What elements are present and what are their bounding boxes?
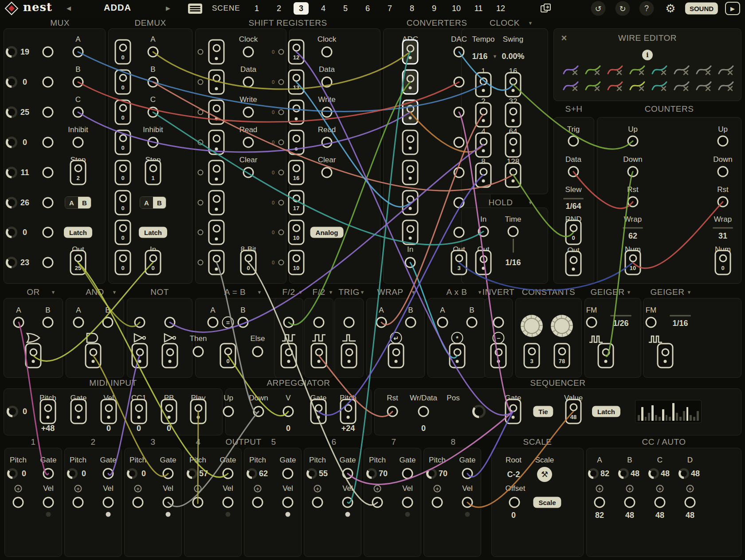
out4-pitch-knob[interactable] [187, 468, 197, 479]
out5-pitch-knob[interactable] [247, 468, 257, 479]
out4-pitch-attenuator[interactable] [194, 485, 202, 493]
midi-pitch-jack[interactable] [40, 399, 56, 424]
scene-tab-10[interactable]: 10 [449, 2, 464, 15]
out7-pitch-attenuator[interactable] [374, 485, 381, 493]
adc-bit-4-jack[interactable] [402, 130, 419, 155]
reg1-in-6-port[interactable] [198, 200, 204, 206]
out7-pitch-cv-port[interactable] [372, 497, 383, 508]
dac-bit-4-port[interactable] [454, 137, 465, 148]
reg1-read-port[interactable] [243, 137, 254, 148]
hold-time-slider[interactable] [513, 239, 514, 253]
clock-div-1-jack[interactable] [475, 72, 492, 98]
menu-button[interactable] [188, 4, 202, 14]
reg2-clock-port[interactable] [322, 47, 333, 58]
reg2-read-port[interactable] [322, 137, 333, 148]
cc-a-port[interactable] [594, 497, 605, 508]
wire-style-icon[interactable] [673, 63, 691, 76]
clock-div-8-jack[interactable] [475, 163, 492, 188]
demux-inhibit-port[interactable] [148, 137, 159, 148]
wrap-b-port[interactable] [405, 317, 416, 328]
midi-gate-jack[interactable] [71, 399, 87, 424]
reg1-in-8-port[interactable] [198, 260, 204, 266]
arp-up-port[interactable] [223, 406, 234, 417]
out7-pitch-knob[interactable] [366, 468, 377, 479]
f2b-dropdown-caret[interactable]: ▼ [329, 290, 333, 295]
scale-edit-tools-icon[interactable]: ⚒ [537, 467, 552, 482]
scale-offset-port[interactable] [509, 497, 520, 508]
or-b-port[interactable] [43, 317, 54, 328]
cc-a-knob[interactable] [588, 468, 599, 479]
scene-tab-11[interactable]: 11 [471, 2, 486, 15]
reg2-write-port[interactable] [322, 107, 333, 118]
or-out-jack[interactable] [25, 343, 42, 368]
mux-in-3-port[interactable] [43, 107, 54, 118]
wire-style-icon[interactable] [718, 79, 735, 92]
midi-pb-jack[interactable] [161, 399, 177, 424]
trig-out-jack[interactable] [341, 343, 357, 368]
out3-pitch-cv-port[interactable] [133, 497, 144, 508]
geiger1-rate-slider[interactable] [610, 315, 631, 317]
counter2-up-port[interactable] [718, 136, 729, 147]
out5-pitch-attenuator[interactable] [254, 485, 262, 493]
out5-vel-port[interactable] [282, 497, 294, 508]
counter1-num-jack[interactable]: 10 [625, 250, 641, 275]
wire-style-icon[interactable] [651, 79, 669, 92]
demux-out-7-jack[interactable]: 0 [115, 220, 131, 245]
out2-gate-port[interactable] [103, 468, 114, 479]
seq-value-jack[interactable]: 48 [565, 399, 582, 424]
hold-in-port[interactable] [478, 226, 489, 237]
demux-c-port[interactable] [148, 107, 159, 118]
scene-tab-5[interactable]: 5 [338, 2, 353, 15]
sh-data-port[interactable] [568, 166, 579, 177]
arp-down-port[interactable] [253, 406, 264, 417]
trig-in-port[interactable] [344, 317, 355, 328]
tempo-value[interactable]: 1/16 [472, 52, 487, 61]
clock-div-2-jack[interactable] [475, 102, 492, 128]
reg1-clock-port[interactable] [243, 47, 254, 58]
scene-copy-icon[interactable] [540, 3, 552, 16]
reg1-clear-port[interactable] [243, 167, 254, 178]
demux-out-6-jack[interactable]: 0 [115, 190, 131, 215]
reg1-in-7-port[interactable] [198, 230, 204, 235]
demux-latch-button[interactable]: Latch [139, 227, 167, 238]
mux-in-5-port[interactable] [43, 167, 54, 178]
demux-out-1-jack[interactable]: 0 [115, 39, 131, 65]
wire-style-icon[interactable] [562, 79, 580, 92]
seq-step-display[interactable] [635, 400, 702, 423]
out6-pitch-cv-port[interactable] [312, 497, 323, 508]
reg1-cell-6-jack[interactable] [208, 190, 225, 215]
aeqb-out-jack[interactable]: 0 [220, 343, 236, 368]
wire-style-icon[interactable] [629, 79, 647, 92]
reg2-in-1-port[interactable] [278, 49, 284, 55]
seq-tie-button[interactable]: Tie [533, 406, 553, 417]
cc-c-port[interactable] [655, 497, 666, 508]
out6-pitch-attenuator[interactable] [314, 485, 322, 493]
scale-button[interactable]: Scale [533, 497, 561, 508]
adc-bit-5-jack[interactable] [402, 160, 419, 185]
seq-pos-knob[interactable] [472, 405, 486, 418]
preset-next-button[interactable]: ▶ [166, 5, 170, 12]
aeqb-dropdown-caret[interactable]: ▼ [257, 290, 262, 295]
demux-out-8-jack[interactable]: 0 [115, 250, 131, 275]
f2a-out-jack[interactable] [281, 343, 297, 368]
scene-tab-6[interactable]: 6 [360, 2, 375, 15]
not1-out-jack[interactable] [132, 343, 148, 368]
cc-b-attenuator[interactable] [626, 485, 634, 493]
mux-in-4-port[interactable] [43, 137, 54, 148]
f2a-dropdown-caret[interactable]: ▼ [298, 290, 303, 295]
hold-out-jack[interactable] [475, 250, 492, 275]
then-port[interactable] [193, 346, 204, 357]
demux-in-jack[interactable]: 0 [145, 250, 161, 275]
counter2-down-port[interactable] [718, 166, 729, 177]
out2-vel-port[interactable] [103, 497, 114, 508]
counter1-wrap-slider[interactable] [623, 227, 643, 229]
scale-root-value[interactable]: C-2 [507, 470, 520, 479]
adc-bit-3-jack[interactable] [402, 100, 419, 125]
sh-rnd-jack[interactable]: 0 [565, 220, 582, 245]
axb-out-jack[interactable] [449, 343, 466, 368]
demux-b-port[interactable] [148, 77, 159, 88]
wire-style-icon[interactable] [562, 63, 580, 76]
mux-knob-7[interactable] [6, 227, 17, 238]
constant2-knob[interactable] [551, 315, 573, 337]
cc-c-knob[interactable] [648, 468, 659, 479]
